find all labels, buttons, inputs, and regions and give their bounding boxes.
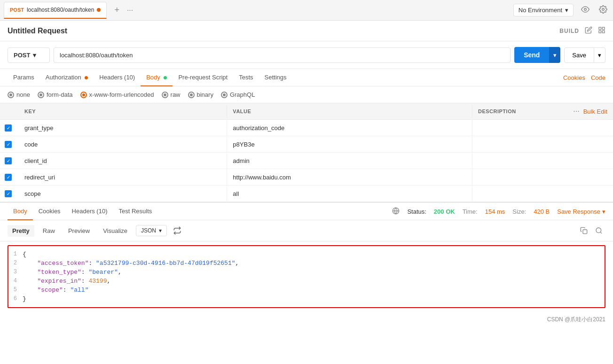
tab-tests-label: Tests bbox=[239, 74, 253, 81]
body-type-none[interactable]: none bbox=[8, 91, 30, 98]
radio-urlencoded bbox=[80, 92, 87, 98]
line-num: 5 bbox=[8, 287, 23, 294]
cookies-link[interactable]: Cookies bbox=[563, 74, 585, 81]
radio-urlencoded-label: x-www-form-urlencoded bbox=[89, 91, 154, 98]
request-tabs: Params Authorization Headers (10) Body P… bbox=[0, 69, 613, 86]
add-tab-button[interactable]: + bbox=[110, 3, 123, 17]
save-response-button[interactable]: Save Response ▾ bbox=[557, 208, 605, 215]
resp-tab-body[interactable]: Body bbox=[8, 203, 33, 220]
line-num: 1 bbox=[8, 251, 23, 258]
tab-body[interactable]: Body bbox=[141, 69, 173, 86]
format-chevron: ▾ bbox=[159, 227, 162, 234]
layout-icon[interactable] bbox=[598, 26, 605, 35]
bulk-edit-button[interactable]: Bulk Edit bbox=[583, 108, 607, 115]
more-tabs-button[interactable]: ··· bbox=[127, 6, 133, 15]
row4-value[interactable]: http://www.baidu.com bbox=[227, 170, 472, 185]
table-row: ✓ scope all bbox=[0, 186, 613, 202]
settings-icon[interactable] bbox=[597, 3, 609, 17]
body-type-binary[interactable]: binary bbox=[188, 91, 213, 98]
row4-desc[interactable] bbox=[472, 173, 613, 181]
json-line-6: 6 } bbox=[8, 294, 605, 303]
body-type-urlencoded[interactable]: x-www-form-urlencoded bbox=[80, 91, 154, 98]
code-link[interactable]: Code bbox=[591, 74, 605, 81]
send-button[interactable]: Send bbox=[514, 47, 549, 63]
body-type-graphql[interactable]: GraphQL bbox=[221, 91, 255, 98]
wrap-icon[interactable] bbox=[171, 224, 184, 237]
row5-value[interactable]: all bbox=[227, 186, 472, 201]
copy-icon[interactable] bbox=[577, 224, 590, 237]
radio-graphql bbox=[221, 92, 228, 98]
body-type-form-data[interactable]: form-data bbox=[38, 91, 73, 98]
save-button[interactable]: Save bbox=[564, 47, 594, 63]
time-label: Time: bbox=[463, 208, 478, 215]
row3-desc[interactable] bbox=[472, 156, 613, 165]
row1-value[interactable]: authorization_code bbox=[227, 120, 472, 136]
url-input[interactable] bbox=[54, 47, 511, 63]
env-label: No Environment bbox=[519, 7, 562, 14]
radio-none-label: none bbox=[16, 91, 30, 98]
save-dropdown[interactable]: ▾ bbox=[594, 47, 605, 63]
row1-desc[interactable] bbox=[472, 124, 613, 132]
eye-icon[interactable] bbox=[579, 3, 591, 17]
table-row: ✓ client_id admin bbox=[0, 153, 613, 169]
row1-key[interactable]: grant_type bbox=[19, 120, 227, 136]
row5-key[interactable]: scope bbox=[19, 186, 227, 201]
top-bar-right: No Environment ▾ bbox=[513, 3, 609, 17]
row3-key[interactable]: client_id bbox=[19, 153, 227, 169]
checkbox-checked-icon: ✓ bbox=[5, 174, 12, 181]
tab-settings[interactable]: Settings bbox=[259, 69, 292, 86]
body-type-raw[interactable]: raw bbox=[162, 91, 181, 98]
resp-format-preview[interactable]: Preview bbox=[63, 225, 94, 237]
checkbox-checked-icon: ✓ bbox=[5, 124, 12, 132]
response-status: Status: 200 OK Time: 154 ms Size: 420 B … bbox=[392, 207, 605, 216]
table-more-button[interactable]: ··· bbox=[573, 107, 579, 116]
line-num: 2 bbox=[8, 260, 23, 267]
edit-icon[interactable] bbox=[585, 26, 592, 35]
json-content: "expires_in": 43199, bbox=[23, 278, 605, 285]
resp-tab-cookies[interactable]: Cookies bbox=[33, 203, 66, 220]
json-content: "token_type": "bearer", bbox=[23, 269, 605, 276]
send-dropdown[interactable]: ▾ bbox=[549, 47, 560, 63]
radio-raw-label: raw bbox=[171, 91, 181, 98]
json-content: } bbox=[23, 295, 605, 302]
tab-authorization[interactable]: Authorization bbox=[40, 69, 94, 86]
authorization-dot bbox=[85, 76, 88, 79]
json-response: 1 { 2 "access_token": "a5321799-c30d-491… bbox=[8, 245, 605, 308]
row2-checkbox[interactable]: ✓ bbox=[0, 136, 19, 152]
row5-desc[interactable] bbox=[472, 189, 613, 198]
resp-format-visualize[interactable]: Visualize bbox=[98, 225, 132, 237]
tab-authorization-label: Authorization bbox=[46, 74, 81, 81]
resp-format-raw[interactable]: Raw bbox=[38, 225, 60, 237]
resp-tab-testresults-label: Test Results bbox=[118, 208, 152, 215]
resp-tab-headers[interactable]: Headers (10) bbox=[66, 203, 113, 220]
row2-desc[interactable] bbox=[472, 140, 613, 148]
format-select[interactable]: JSON ▾ bbox=[136, 225, 167, 236]
environment-select[interactable]: No Environment ▾ bbox=[513, 4, 574, 16]
row4-key[interactable]: redirect_uri bbox=[19, 170, 227, 185]
resp-tab-testresults[interactable]: Test Results bbox=[113, 203, 157, 220]
row5-checkbox[interactable]: ✓ bbox=[0, 186, 19, 201]
radio-graphql-label: GraphQL bbox=[230, 91, 255, 98]
tab-body-label: Body bbox=[146, 74, 160, 81]
row1-checkbox[interactable]: ✓ bbox=[0, 120, 19, 136]
request-title: Untitled Request bbox=[8, 27, 67, 35]
tab-post-oauth[interactable]: POST localhost:8080/oauth/token bbox=[4, 2, 107, 19]
method-label: POST bbox=[14, 52, 30, 59]
tab-params[interactable]: Params bbox=[8, 69, 40, 86]
svg-rect-7 bbox=[583, 230, 587, 234]
visualize-label: Visualize bbox=[103, 227, 127, 234]
tab-tests[interactable]: Tests bbox=[233, 69, 259, 86]
row2-value[interactable]: p8YB3e bbox=[227, 137, 472, 152]
method-select[interactable]: POST ▾ bbox=[8, 47, 50, 63]
row4-checkbox[interactable]: ✓ bbox=[0, 169, 19, 185]
resp-format-pretty[interactable]: Pretty bbox=[8, 225, 34, 237]
json-content: "scope": "all" bbox=[23, 287, 605, 294]
table-row: ✓ redirect_uri http://www.baidu.com bbox=[0, 169, 613, 186]
search-icon[interactable] bbox=[592, 224, 605, 237]
top-bar: POST localhost:8080/oauth/token + ··· No… bbox=[0, 0, 613, 21]
row3-value[interactable]: admin bbox=[227, 153, 472, 169]
row3-checkbox[interactable]: ✓ bbox=[0, 153, 19, 169]
tab-headers[interactable]: Headers (10) bbox=[94, 69, 141, 86]
row2-key[interactable]: code bbox=[19, 137, 227, 152]
tab-prerequest[interactable]: Pre-request Script bbox=[173, 69, 233, 86]
